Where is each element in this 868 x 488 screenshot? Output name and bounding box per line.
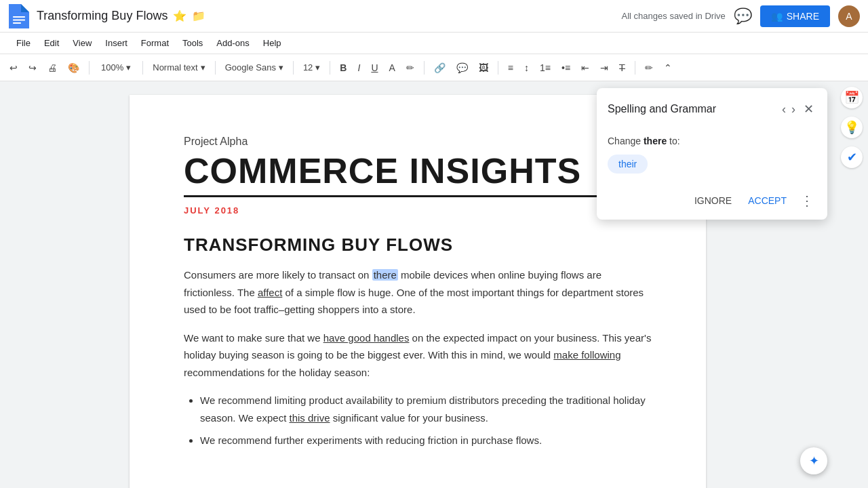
menu-addons[interactable]: Add-ons	[211, 35, 254, 51]
title-bar: Transforming Buy Flows ⭐ 📁 All changes s…	[0, 0, 868, 33]
main-area: Project Alpha COMMERCE INSIGHTS JULY 201…	[0, 81, 868, 488]
doc-main-title: COMMERCE INSIGHTS	[184, 150, 652, 197]
svg-rect-2	[13, 22, 21, 24]
more-options-button[interactable]: ⋮	[797, 190, 816, 211]
link-button[interactable]: 🔗	[430, 60, 450, 76]
spelling-header: Spelling and Grammar ‹ › ✕	[597, 88, 827, 127]
menu-help[interactable]: Help	[258, 35, 287, 51]
spelling-prev-button[interactable]: ‹	[779, 100, 789, 119]
ignore-button[interactable]: IGNORE	[689, 191, 737, 210]
indent-increase-button[interactable]: ⇥	[596, 60, 612, 76]
text-color-button[interactable]: A	[385, 60, 399, 76]
section-title: TRANSFORMING BUY FLOWS	[184, 235, 652, 256]
explore-button[interactable]: ✦	[800, 447, 827, 474]
change-description: Change there to:	[608, 136, 816, 146]
this-drive-link: this drive	[289, 412, 330, 424]
clear-format-button[interactable]: T̶	[615, 60, 629, 76]
bold-button[interactable]: B	[336, 60, 351, 76]
highlight-button[interactable]: ✏	[402, 60, 418, 76]
doc-title-area: Transforming Buy Flows ⭐ 📁	[37, 9, 622, 23]
accept-button[interactable]: ACCEPT	[743, 191, 792, 210]
folder-icon[interactable]: 📁	[192, 9, 205, 22]
comment-inline-button[interactable]: 💬	[452, 60, 472, 76]
font-size-selector[interactable]: 12 ▾	[299, 60, 324, 75]
svg-rect-0	[13, 16, 25, 18]
save-status: All changes saved in Drive	[622, 11, 726, 21]
separator-4	[293, 61, 294, 75]
undo-button[interactable]: ↩	[5, 60, 22, 76]
menu-bar: File Edit View Insert Format Tools Add-o…	[0, 33, 868, 54]
doc-title[interactable]: Transforming Buy Flows	[37, 9, 167, 23]
paragraph-2: We want to make sure that we have good h…	[184, 329, 652, 382]
separator-7	[498, 61, 498, 75]
spelling-title: Spelling and Grammar	[608, 103, 779, 115]
menu-view[interactable]: View	[67, 35, 97, 51]
para2-end: recommendations for the holiday season:	[184, 367, 370, 378]
separator-2	[142, 61, 143, 75]
italic-button[interactable]: I	[353, 60, 364, 76]
suggestion-chip-their[interactable]: their	[608, 155, 648, 174]
separator-8	[635, 61, 635, 75]
bullet-item-2: We recommend further experiments with re…	[200, 432, 652, 449]
spelling-close-button[interactable]: ✕	[801, 99, 816, 119]
checked-icon[interactable]: ✔	[841, 146, 863, 168]
chevron-down-icon: ▾	[201, 62, 205, 73]
expand-button[interactable]: ⌃	[660, 60, 676, 76]
tasks-icon[interactable]: 💡	[841, 117, 863, 138]
have-good-handles: have good handles	[323, 332, 410, 344]
spelling-actions: IGNORE ACCEPT ⋮	[597, 184, 827, 220]
separator-3	[215, 61, 216, 75]
menu-file[interactable]: File	[11, 35, 36, 51]
redo-button[interactable]: ↪	[24, 60, 41, 76]
make-following: make following	[553, 349, 620, 361]
chevron-down-icon: ▾	[279, 62, 283, 73]
comment-icon[interactable]: 💬	[734, 7, 752, 25]
calendar-icon[interactable]: 📅	[841, 87, 863, 108]
affect-word: affect	[258, 287, 282, 298]
menu-tools[interactable]: Tools	[177, 35, 208, 51]
font-selector[interactable]: Google Sans ▾	[221, 60, 288, 75]
spelling-grammar-panel: Spelling and Grammar ‹ › ✕ Change there …	[597, 88, 827, 220]
chevron-down-icon: ▾	[126, 62, 131, 73]
menu-format[interactable]: Format	[136, 35, 174, 51]
print-button[interactable]: 🖨	[43, 60, 61, 76]
image-button[interactable]: 🖼	[475, 60, 492, 76]
separator-5	[330, 61, 330, 75]
header-right: 💬 👥 SHARE A	[734, 5, 860, 27]
underline-button[interactable]: U	[367, 60, 382, 76]
docs-icon	[8, 4, 30, 28]
paragraph-1: Consumers are more likely to transact on…	[184, 266, 652, 319]
menu-edit[interactable]: Edit	[39, 35, 64, 51]
para2-before: We want to make sure that we	[184, 332, 323, 344]
suggestions-container: their	[608, 155, 816, 174]
change-word: there	[644, 136, 667, 146]
align-button[interactable]: ≡	[504, 60, 517, 76]
paint-format-button[interactable]: 🎨	[64, 60, 83, 76]
editing-mode-button[interactable]: ✏	[641, 60, 657, 76]
list-number-button[interactable]: 1≡	[536, 60, 555, 76]
line-spacing-button[interactable]: ↕	[520, 60, 533, 76]
people-icon: 👥	[771, 11, 783, 22]
zoom-selector[interactable]: 100% ▾	[95, 59, 137, 76]
separator-6	[424, 61, 425, 75]
avatar[interactable]: A	[838, 5, 860, 27]
share-button[interactable]: 👥 SHARE	[760, 5, 830, 27]
indent-decrease-button[interactable]: ⇤	[577, 60, 593, 76]
doc-date: JULY 2018	[184, 205, 652, 216]
para1-before: Consumers are more likely to transact on	[184, 269, 372, 281]
toolbar: ↩ ↪ 🖨 🎨 100% ▾ Normal text ▾ Google Sans…	[0, 54, 868, 81]
menu-insert[interactable]: Insert	[100, 35, 133, 51]
star-icon[interactable]: ⭐	[173, 9, 186, 22]
highlighted-word: there	[372, 269, 398, 281]
separator-1	[89, 61, 90, 75]
style-selector[interactable]: Normal text ▾	[149, 60, 209, 75]
project-label: Project Alpha	[184, 136, 652, 148]
bullet-item-1: We recommend limiting product availabili…	[200, 392, 652, 426]
spelling-next-button[interactable]: ›	[789, 100, 798, 119]
chevron-down-icon: ▾	[315, 62, 320, 73]
bullet-list: We recommend limiting product availabili…	[200, 392, 652, 449]
spelling-body: Change there to: their	[597, 127, 827, 184]
svg-rect-1	[13, 19, 25, 20]
list-bullet-button[interactable]: •≡	[557, 60, 574, 76]
right-sidebar: 📅 💡 ✔	[835, 81, 868, 488]
